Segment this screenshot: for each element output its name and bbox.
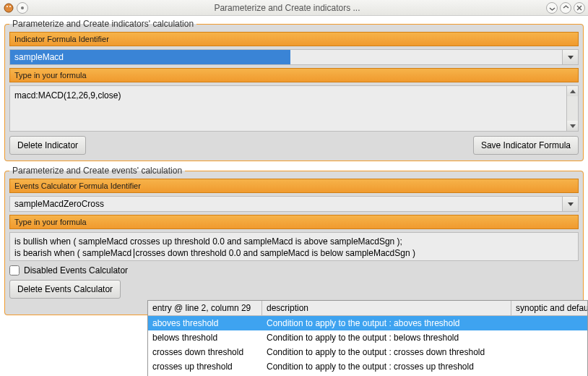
events-identifier-label: Events Calculator Formula Identifier	[9, 179, 579, 193]
disabled-events-checkbox[interactable]	[9, 265, 20, 275]
titlebar-dot-button[interactable]	[17, 2, 28, 14]
close-button[interactable]	[574, 2, 585, 14]
autocomplete-popup: entry @ line 2, column 29 description sy…	[147, 300, 588, 376]
indicators-legend: Parameterize and Create indicators' calc…	[9, 19, 196, 29]
events-formula-line1: is bullish when ( sampleMacd crosses up …	[14, 236, 574, 247]
autocomplete-synoptic	[511, 330, 587, 345]
events-identifier-value[interactable]: sampleMacdZeroCross	[10, 197, 562, 211]
autocomplete-entry: belows threshold	[148, 330, 262, 345]
minimize-button[interactable]	[546, 2, 558, 14]
window-title: Parameterize and Create indicators ...	[31, 3, 543, 13]
disabled-events-label: Disabled Events Calculator	[24, 265, 128, 275]
autocomplete-synoptic	[511, 316, 587, 330]
autocomplete-synoptic	[511, 359, 587, 374]
autocomplete-row[interactable]: crosses up thresholdCondition to apply t…	[148, 359, 587, 374]
autocomplete-header-synoptic[interactable]: synoptic and defaul	[511, 301, 587, 315]
delete-events-calculator-button[interactable]: Delete Events Calculator	[9, 280, 121, 299]
indicator-identifier-dropdown[interactable]	[562, 50, 578, 64]
events-formula-textarea[interactable]: is bullish when ( sampleMacd crosses up …	[9, 232, 579, 261]
scroll-down-icon[interactable]	[567, 121, 578, 131]
chevron-down-icon	[568, 202, 574, 206]
indicator-identifier-label: Indicator Formula Identifier	[9, 32, 579, 46]
autocomplete-row[interactable]: aboves thresholdCondition to apply to th…	[148, 316, 587, 330]
delete-indicator-button[interactable]: Delete Indicator	[9, 136, 86, 155]
autocomplete-row[interactable]: crosses down thresholdCondition to apply…	[148, 345, 587, 359]
svg-point-2	[9, 6, 11, 7]
autocomplete-entry: aboves threshold	[148, 316, 262, 330]
indicator-formula-textarea[interactable]	[10, 86, 566, 131]
autocomplete-entry: crosses up threshold	[148, 359, 262, 374]
autocomplete-description: Condition to apply to the output : below…	[262, 330, 511, 345]
autocomplete-description: Condition to apply to the output : above…	[262, 316, 511, 330]
svg-point-3	[21, 7, 24, 9]
events-formula-line2: is bearish when ( sampleMacd crosses dow…	[14, 247, 574, 259]
events-group: Parameterize and Create events' calculat…	[4, 166, 584, 315]
indicator-formula-label: Type in your formula	[9, 68, 579, 82]
indicators-group: Parameterize and Create indicators' calc…	[4, 19, 584, 161]
indicator-formula-scrollbar[interactable]	[566, 86, 578, 131]
indicator-formula-wrap	[9, 85, 579, 132]
events-identifier-combo[interactable]: sampleMacdZeroCross	[9, 196, 579, 212]
autocomplete-header-entry[interactable]: entry @ line 2, column 29	[148, 301, 262, 315]
scroll-up-icon[interactable]	[567, 86, 578, 96]
svg-point-1	[7, 6, 8, 7]
app-icon	[3, 2, 14, 14]
events-legend: Parameterize and Create events' calculat…	[9, 166, 185, 176]
save-indicator-button[interactable]: Save Indicator Formula	[473, 136, 579, 155]
autocomplete-description: Condition to apply to the output : cross…	[262, 359, 511, 374]
window-titlebar: Parameterize and Create indicators ...	[0, 0, 588, 16]
autocomplete-synoptic	[511, 345, 587, 359]
maximize-button[interactable]	[560, 2, 571, 14]
events-formula-label: Type in your formula	[9, 215, 579, 229]
svg-point-0	[4, 4, 13, 12]
indicator-identifier-value[interactable]: sampleMacd	[10, 50, 290, 64]
autocomplete-row[interactable]: belows thresholdCondition to apply to th…	[148, 330, 587, 345]
autocomplete-entry: crosses down threshold	[148, 345, 262, 359]
chevron-down-icon	[568, 56, 574, 59]
autocomplete-header-description[interactable]: description	[262, 301, 511, 315]
autocomplete-description: Condition to apply to the output : cross…	[262, 345, 511, 359]
events-identifier-dropdown[interactable]	[562, 197, 578, 211]
indicator-identifier-combo[interactable]: sampleMacd	[9, 49, 579, 65]
